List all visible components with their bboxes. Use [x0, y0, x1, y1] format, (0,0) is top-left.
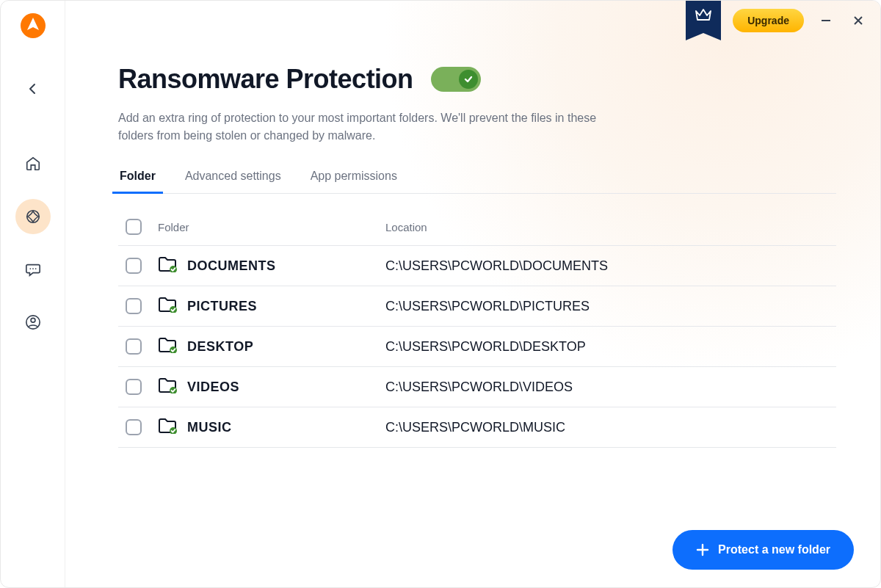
folder-icon — [158, 297, 177, 316]
sidebar-item-home[interactable] — [15, 146, 51, 181]
folder-name: PICTURES — [187, 299, 257, 314]
row-checkbox[interactable] — [126, 379, 142, 395]
folder-location: C:\USERS\PCWORLD\DESKTOP — [385, 339, 829, 355]
sidebar-item-explore[interactable] — [15, 199, 51, 234]
tab-app-permissions[interactable]: App permissions — [309, 170, 399, 193]
folder-shield-icon — [158, 377, 177, 393]
page-subtitle: Add an extra ring of protection to your … — [118, 109, 617, 145]
sidebar-item-messages[interactable] — [15, 252, 51, 287]
protect-button-label: Protect a new folder — [718, 543, 830, 556]
folder-cell: DESKTOP — [158, 337, 385, 356]
folder-cell: DOCUMENTS — [158, 256, 385, 275]
column-header-location: Location — [385, 221, 829, 233]
table-row: VIDEOSC:\USERS\PCWORLD\VIDEOS — [118, 366, 836, 407]
titlebar: Upgrade — [686, 8, 869, 33]
sidebar-nav — [15, 146, 51, 340]
table-row: MUSICC:\USERS\PCWORLD\MUSIC — [118, 407, 836, 448]
protection-toggle[interactable] — [431, 67, 481, 92]
plus-icon — [696, 543, 709, 556]
folder-icon — [158, 337, 177, 356]
folder-location: C:\USERS\PCWORLD\MUSIC — [385, 420, 829, 435]
toggle-knob — [459, 70, 478, 89]
folder-name: MUSIC — [187, 420, 232, 435]
svg-point-1 — [26, 211, 39, 223]
column-header-folder: Folder — [158, 221, 385, 233]
sidebar-item-account[interactable] — [15, 305, 51, 340]
compass-icon — [25, 208, 41, 225]
protect-new-folder-button[interactable]: Protect a new folder — [672, 530, 854, 570]
close-icon — [852, 15, 864, 26]
select-all-checkbox[interactable] — [126, 219, 142, 235]
folder-location: C:\USERS\PCWORLD\VIDEOS — [385, 380, 829, 395]
home-icon — [25, 156, 41, 172]
minimize-button[interactable] — [816, 10, 836, 31]
folder-cell: PICTURES — [158, 297, 385, 316]
premium-ribbon[interactable] — [686, 1, 721, 33]
tabs: Folder Advanced settings App permissions — [118, 170, 836, 194]
tab-folder[interactable]: Folder — [118, 170, 157, 193]
folder-cell: MUSIC — [158, 418, 385, 437]
folder-name: DOCUMENTS — [187, 258, 276, 274]
svg-point-6 — [31, 318, 35, 322]
tab-advanced-settings[interactable]: Advanced settings — [184, 170, 283, 193]
svg-point-2 — [29, 268, 31, 269]
folder-shield-icon — [158, 418, 177, 434]
chat-icon — [25, 261, 41, 277]
minimize-icon — [820, 15, 832, 26]
folder-name: VIDEOS — [187, 380, 239, 395]
folder-shield-icon — [158, 337, 177, 353]
crown-icon — [695, 8, 712, 23]
table-row: PICTURESC:\USERS\PCWORLD\PICTURES — [118, 286, 836, 326]
main-content: Ransomware Protection Add an extra ring … — [118, 64, 836, 573]
close-button[interactable] — [848, 10, 869, 31]
folder-name: DESKTOP — [187, 339, 253, 355]
page-title: Ransomware Protection — [118, 64, 413, 95]
back-button[interactable] — [20, 76, 46, 102]
folder-shield-icon — [158, 256, 177, 272]
check-icon — [463, 74, 474, 84]
table-header: Folder Location — [118, 214, 836, 245]
chevron-left-icon — [27, 83, 39, 95]
row-checkbox[interactable] — [126, 298, 142, 314]
user-icon — [25, 314, 41, 330]
upgrade-button[interactable]: Upgrade — [733, 9, 804, 32]
sidebar — [1, 1, 65, 587]
table-row: DESKTOPC:\USERS\PCWORLD\DESKTOP — [118, 326, 836, 366]
folder-icon — [158, 256, 177, 275]
page-header: Ransomware Protection — [118, 64, 836, 95]
folder-icon — [158, 418, 177, 437]
svg-point-3 — [32, 268, 34, 269]
app-logo — [20, 12, 46, 39]
row-checkbox[interactable] — [126, 419, 142, 435]
folders-table: Folder Location DOCUMENTSC:\USERS\PCWORL… — [118, 214, 836, 448]
folder-location: C:\USERS\PCWORLD\PICTURES — [385, 299, 829, 314]
folder-location: C:\USERS\PCWORLD\DOCUMENTS — [385, 258, 829, 274]
folder-icon — [158, 377, 177, 396]
folder-cell: VIDEOS — [158, 377, 385, 396]
svg-point-4 — [35, 268, 36, 269]
table-row: DOCUMENTSC:\USERS\PCWORLD\DOCUMENTS — [118, 245, 836, 286]
row-checkbox[interactable] — [126, 258, 142, 274]
row-checkbox[interactable] — [126, 338, 142, 355]
folder-shield-icon — [158, 297, 177, 313]
